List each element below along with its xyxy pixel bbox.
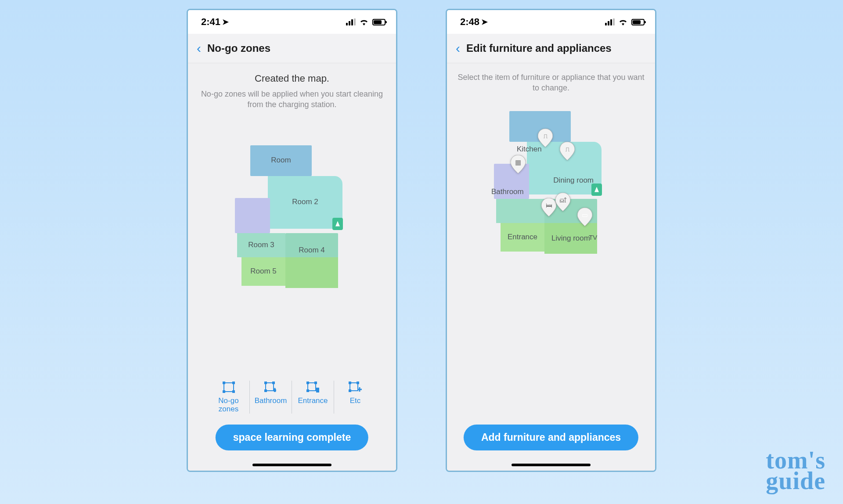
svg-rect-3 — [223, 390, 225, 393]
content-area: Select the item of furniture or applianc… — [447, 63, 655, 471]
square-icon — [222, 382, 235, 393]
svg-rect-11 — [314, 382, 317, 384]
room-5[interactable]: Room 5 — [241, 257, 285, 286]
room-3[interactable] — [496, 199, 544, 223]
svg-rect-16 — [357, 382, 359, 384]
svg-rect-4 — [232, 390, 235, 393]
back-button[interactable]: ‹ — [197, 42, 201, 55]
svg-rect-8 — [264, 389, 267, 392]
svg-rect-10 — [306, 382, 309, 384]
cellular-icon — [605, 18, 615, 25]
battery-icon — [372, 19, 385, 25]
svg-rect-15 — [349, 382, 351, 384]
tool-nogo-zones[interactable]: No-go zones — [208, 381, 250, 414]
room-2[interactable]: Room 2 — [268, 176, 342, 229]
charging-station-icon — [332, 218, 343, 230]
home-indicator[interactable] — [252, 464, 331, 466]
phone-screenshot-left: 2:41 ➤ ‹ No-go zones Created the map. No… — [187, 9, 397, 472]
floor-map[interactable]: Dining room Kitchen Bathroom Entrance Li… — [494, 111, 608, 260]
back-button[interactable]: ‹ — [456, 42, 460, 55]
table-icon: ⎍ — [566, 145, 569, 153]
location-icon: ➤ — [222, 17, 229, 27]
cellular-icon — [346, 18, 356, 25]
tool-label: Etc — [350, 396, 361, 405]
charging-station-icon — [591, 184, 602, 196]
svg-rect-6 — [264, 382, 267, 384]
room-top[interactable]: Room — [250, 145, 312, 176]
window-icon: ▦ — [515, 158, 521, 166]
room-living[interactable]: Living room — [544, 223, 597, 254]
furniture-pin-table-1[interactable]: ⎍ — [538, 129, 553, 147]
furniture-pin-sofa[interactable]: 🛋 — [555, 193, 570, 211]
svg-rect-12 — [306, 389, 309, 392]
location-icon: ➤ — [481, 17, 488, 27]
tool-label: Entrance — [298, 396, 328, 405]
furniture-pin-window[interactable]: ▦ — [511, 155, 526, 173]
subtext: No-go zones will be applied when you sta… — [198, 89, 386, 110]
tool-bathroom[interactable]: Bathroom — [250, 381, 292, 414]
svg-rect-0 — [224, 383, 234, 392]
app-header: ‹ Edit furniture and appliances — [447, 34, 655, 63]
furniture-pin-tv[interactable]: ▭ — [577, 208, 592, 226]
room-living[interactable] — [285, 257, 338, 288]
battery-icon — [631, 19, 645, 25]
room-entrance[interactable]: Entrance — [501, 223, 544, 252]
room-3[interactable]: Room 3 — [237, 233, 285, 257]
zone-type-toolbar: No-go zones Bathroom Entrance Etc — [188, 381, 396, 414]
svg-rect-1 — [223, 382, 225, 384]
bed-icon: 🛏 — [546, 202, 552, 209]
status-time: 2:48 — [460, 16, 479, 28]
wifi-icon — [618, 18, 628, 25]
add-furniture-button[interactable]: Add furniture and appliances — [464, 425, 638, 450]
tool-entrance[interactable]: Entrance — [292, 381, 334, 414]
svg-rect-2 — [232, 382, 235, 384]
page-title: Edit furniture and appliances — [466, 42, 612, 54]
space-learning-complete-button[interactable]: space learning complete — [216, 425, 368, 450]
svg-rect-17 — [349, 389, 351, 392]
furniture-pin-table-2[interactable]: ⎍ — [560, 142, 575, 160]
app-header: ‹ No-go zones — [188, 34, 396, 63]
status-bar: 2:41 ➤ — [188, 10, 396, 34]
table-icon: ⎍ — [544, 132, 548, 140]
furniture-pin-bed[interactable]: 🛏 — [541, 198, 556, 216]
tool-etc[interactable]: Etc — [334, 381, 376, 414]
square-drop-icon — [264, 382, 277, 393]
phone-screenshot-right: 2:48 ➤ ‹ Edit furniture and appliances S… — [446, 9, 656, 472]
wifi-icon — [359, 18, 369, 25]
svg-rect-7 — [272, 382, 275, 384]
sofa-icon: 🛋 — [560, 196, 566, 204]
tool-label: Bathroom — [255, 396, 287, 405]
home-indicator[interactable] — [512, 464, 591, 466]
content-area: Created the map. No-go zones will be app… — [188, 63, 396, 471]
square-door-icon — [306, 382, 320, 393]
watermark-logo: tom'sguide — [766, 450, 825, 492]
status-time: 2:41 — [201, 16, 220, 28]
svg-rect-13 — [316, 388, 319, 392]
page-title: No-go zones — [207, 42, 270, 54]
tool-label: No-go zones — [218, 396, 238, 414]
headline: Created the map. — [255, 73, 329, 84]
room-bath[interactable] — [235, 198, 270, 233]
status-bar: 2:48 ➤ — [447, 10, 655, 34]
subtext: Select the item of furniture or applianc… — [457, 72, 645, 94]
tv-icon: ▭ — [582, 211, 588, 219]
square-plus-icon — [349, 382, 362, 393]
floor-map[interactable]: Room Room 2 Room 3 Room 4 Room 5 — [235, 145, 349, 295]
